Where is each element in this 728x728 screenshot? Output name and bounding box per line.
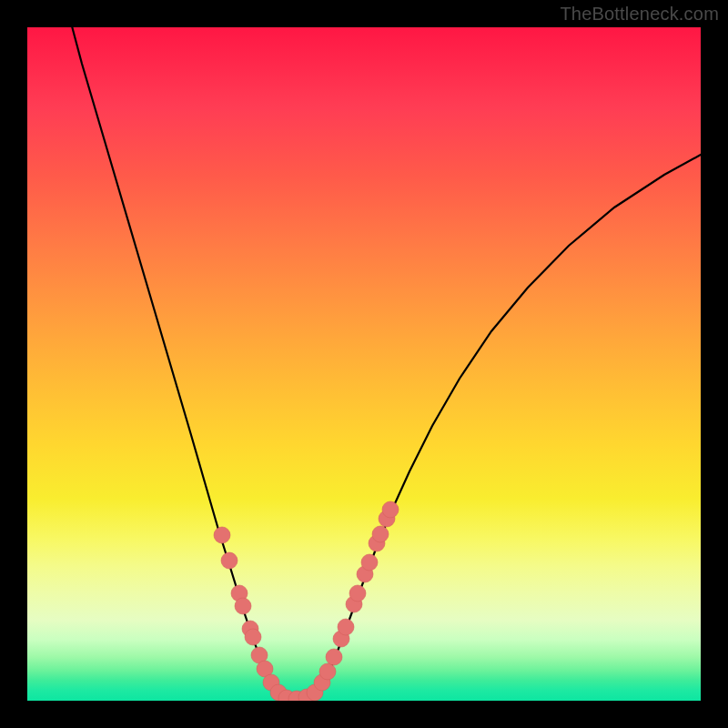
marker-point [382,501,399,518]
outer-frame: TheBottleneck.com [0,0,728,728]
marker-point [326,649,342,665]
marker-point [235,598,251,614]
watermark-text: TheBottleneck.com [560,4,719,25]
plot-area [27,27,701,701]
marker-point [372,526,389,542]
marker-point [221,552,238,569]
marker-point [338,619,354,635]
marker-group [214,501,399,701]
marker-point [214,527,230,543]
marker-point [319,663,336,680]
marker-point [349,585,366,602]
chart-svg [27,27,701,701]
bottleneck-curve [67,27,701,700]
marker-point [245,629,261,645]
marker-point [361,554,378,571]
